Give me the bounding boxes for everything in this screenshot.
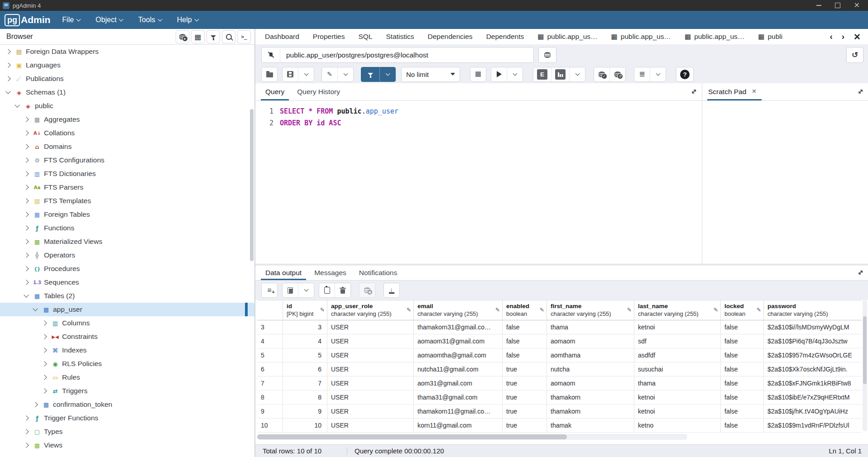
column-header-last-name[interactable]: last_namecharacter varying (255)✎	[634, 300, 721, 320]
cell-locked[interactable]: false	[721, 405, 764, 419]
query-tool-button[interactable]: ▸	[176, 30, 189, 43]
tree-item-foreign-tables[interactable]: ▦Foreign Tables	[0, 208, 254, 221]
tree-item-app-user[interactable]: ▦app_user	[0, 303, 254, 316]
tab-close-icon[interactable]: ✕	[854, 32, 861, 42]
cell-first-name[interactable]: aomaom	[547, 376, 634, 390]
cell-enabled[interactable]: true	[503, 376, 547, 390]
cell-email[interactable]: thamakorn31@gmail.co…	[414, 320, 503, 334]
tree-item-fts-configurations[interactable]: ⚙FTS Configurations	[0, 153, 254, 167]
column-header-locked[interactable]: lockedboolean✎	[721, 300, 764, 320]
tree-item-fts-dictionaries[interactable]: ▥FTS Dictionaries	[0, 167, 254, 181]
cell-password[interactable]: $2a$10$i//lsMDsmyWyDgLM	[764, 320, 862, 334]
chevron-right-icon[interactable]	[5, 76, 10, 81]
tab-query[interactable]: Query	[259, 83, 291, 100]
edit-dropdown[interactable]	[337, 67, 353, 81]
row-number[interactable]: 6	[257, 362, 283, 376]
chevron-right-icon[interactable]	[24, 429, 29, 434]
cell-first-name[interactable]: thamak	[547, 419, 634, 433]
rollback-button[interactable]: ↺	[609, 67, 625, 81]
add-row-button[interactable]: ≡	[262, 283, 277, 297]
explain-button[interactable]: E	[533, 67, 551, 81]
tree-item-constraints[interactable]: ▶◀Constraints	[0, 330, 254, 343]
row-number[interactable]: 3	[257, 320, 283, 334]
tree-item-materialized-views[interactable]: ▩Materialized Views	[0, 235, 254, 248]
psql-tool-button[interactable]: >_	[237, 30, 251, 43]
tab-query-history[interactable]: Query History	[291, 83, 346, 100]
chevron-down-icon[interactable]	[33, 306, 38, 311]
tree-item-aggregates[interactable]: ▦Aggregates	[0, 113, 254, 126]
chevron-right-icon[interactable]	[24, 415, 29, 420]
cell-email[interactable]: aom31@gmail.com	[414, 376, 503, 390]
cell-enabled[interactable]: false	[503, 334, 547, 348]
chevron-down-icon[interactable]	[24, 292, 29, 297]
row-number[interactable]: 9	[257, 405, 283, 419]
query-history-reload-button[interactable]: ↺	[846, 47, 863, 63]
column-header-email[interactable]: emailcharacter varying (255)✎	[414, 300, 503, 320]
tree-item-procedures[interactable]: {}Procedures	[0, 262, 254, 276]
delete-row-button[interactable]	[335, 283, 350, 297]
tree-item-triggers[interactable]: ⇄Triggers	[0, 384, 254, 398]
tab-dependents[interactable]: Dependents	[480, 33, 531, 41]
save-dropdown[interactable]	[298, 67, 314, 81]
cell-email[interactable]: korn11@gmail.com	[414, 419, 503, 433]
explain-dropdown[interactable]	[569, 67, 585, 81]
chevron-right-icon[interactable]	[33, 402, 38, 407]
row-number[interactable]: 7	[257, 376, 283, 390]
limit-select[interactable]: No limit	[402, 67, 460, 81]
cell-id[interactable]: 5	[283, 348, 327, 362]
chevron-right-icon[interactable]	[24, 144, 29, 149]
macro-button[interactable]: ≣	[634, 67, 650, 81]
cell-email[interactable]: thamakorn11@gmail.co…	[414, 405, 503, 419]
cell-password[interactable]: $2a$10$xFJNGmk1kRBiFtw8	[764, 376, 862, 390]
row-number[interactable]: 8	[257, 390, 283, 405]
explain-analyze-button[interactable]	[551, 67, 569, 81]
cell-first-name[interactable]: aomthama	[547, 348, 634, 362]
tree-scrollbar[interactable]	[250, 109, 254, 261]
chevron-right-icon[interactable]	[24, 266, 29, 271]
scrollbar-thumb[interactable]	[863, 316, 867, 384]
tab-table-1[interactable]: ▦public.app_us…	[531, 33, 604, 41]
scratch-pad-expand-button[interactable]: ↔	[858, 87, 863, 95]
tree-item-public[interactable]: ◈public	[0, 99, 254, 113]
cell-password[interactable]: $2a$10$j/hK.tV4OgYpAUiHz	[764, 405, 862, 419]
tree-item-views[interactable]: ▩Views	[0, 438, 254, 452]
cell-enabled[interactable]: false	[503, 348, 547, 362]
chevron-right-icon[interactable]	[42, 388, 47, 393]
chevron-right-icon[interactable]	[5, 49, 10, 54]
tree-item-tables-2[interactable]: ▦Tables (2)	[0, 289, 254, 303]
chevron-right-icon[interactable]	[24, 252, 29, 257]
cell-id[interactable]: 10	[283, 419, 327, 433]
menu-tools[interactable]: Tools	[138, 16, 161, 24]
cell-password[interactable]: $2a$10$Pi6q7B/4qJ3oJsztw	[764, 334, 862, 348]
tree-item-languages[interactable]: ▣Languages	[0, 58, 254, 72]
tree-item-indexes[interactable]: ⌘Indexes	[0, 343, 254, 357]
tree-item-trigger-functions[interactable]: ƒTrigger Functions	[0, 411, 254, 425]
cell-id[interactable]: 4	[283, 334, 327, 348]
column-header-enabled[interactable]: enabledboolean✎	[503, 300, 547, 320]
cell-last-name[interactable]: sdf	[634, 334, 721, 348]
menu-help[interactable]: Help	[177, 16, 198, 24]
cell-first-name[interactable]: thamakorn	[547, 405, 634, 419]
save-data-button[interactable]: ▪	[360, 283, 375, 297]
tree-item-functions[interactable]: ƒFunctions	[0, 221, 254, 235]
help-button[interactable]: ?	[676, 67, 693, 81]
stop-button[interactable]	[470, 67, 486, 81]
chevron-down-icon[interactable]	[14, 102, 19, 107]
scratch-pad-close-icon[interactable]: ×	[752, 87, 756, 96]
save-button[interactable]	[283, 67, 298, 81]
chevron-right-icon[interactable]	[24, 225, 29, 230]
tree-item-fts-parsers[interactable]: AaFTS Parsers	[0, 181, 254, 194]
cell-app-user-role[interactable]: USER	[327, 376, 414, 390]
row-number[interactable]: 4	[257, 334, 283, 348]
cell-password[interactable]: $2a$10$Xk7osckNfJGjLt9in.	[764, 362, 862, 376]
cell-password[interactable]: $2a$10$9m1vdRnF/PDlzfsUl	[764, 419, 862, 433]
tab-data-output[interactable]: Data output	[259, 266, 308, 280]
chevron-down-icon[interactable]	[5, 89, 10, 94]
tree-item-sequences[interactable]: 1.3Sequences	[0, 276, 254, 289]
cell-app-user-role[interactable]: USER	[327, 390, 414, 405]
tree-item-foreign-data-wrappers[interactable]: ▤Foreign Data Wrappers	[0, 45, 254, 58]
output-expand-button[interactable]: ↔	[858, 268, 863, 276]
tab-table-2[interactable]: ▦public.app_us…	[604, 33, 678, 41]
cell-password[interactable]: $2a$10$957m4zGWsoOrLGE	[764, 348, 862, 362]
cell-first-name[interactable]: thamakorn	[547, 390, 634, 405]
